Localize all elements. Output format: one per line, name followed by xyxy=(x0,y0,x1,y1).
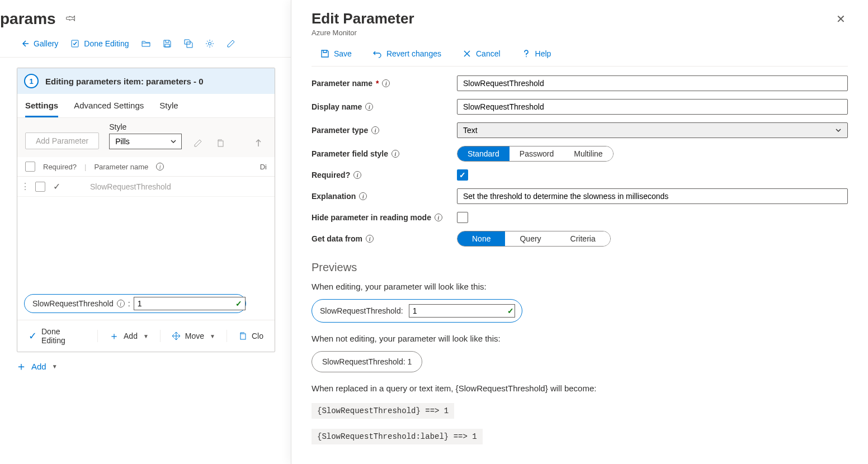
settings-button[interactable] xyxy=(201,37,219,50)
gallery-label: Gallery xyxy=(34,39,58,48)
save-icon xyxy=(320,49,329,58)
help-icon xyxy=(522,49,531,58)
info-icon[interactable]: i xyxy=(156,163,164,171)
param-type-select[interactable]: Text xyxy=(457,122,848,138)
label-hide-reading: Hide parameter in reading mode xyxy=(312,213,431,222)
hide-reading-checkbox[interactable] xyxy=(457,212,468,223)
copy-icon[interactable] xyxy=(214,137,227,149)
gear-icon xyxy=(205,39,214,48)
help-label: Help xyxy=(535,49,551,58)
add-parameter-button[interactable]: Add Parameter xyxy=(25,132,99,149)
param-pill: SlowRequestThreshold i : ✓ xyxy=(24,294,246,313)
folder-button[interactable] xyxy=(137,37,155,50)
chevron-down-icon: ▼ xyxy=(52,363,58,370)
code-block-1: {SlowRequestThreshold} ==> 1 xyxy=(312,403,454,419)
style-select[interactable]: Pills xyxy=(109,134,182,149)
info-icon[interactable]: i xyxy=(391,150,399,158)
chevron-down-icon: ▼ xyxy=(210,333,215,339)
save-button[interactable] xyxy=(158,37,176,50)
copy-icon xyxy=(238,332,247,340)
label-required: Required? xyxy=(312,171,350,179)
row-checkbox[interactable] xyxy=(35,182,45,192)
code-block-2: {SlowRequestThreshold:label} ==> 1 xyxy=(312,429,483,444)
label-param-name: Parameter name xyxy=(312,79,372,88)
data-criteria[interactable]: Criteria xyxy=(556,231,610,246)
display-name-input[interactable] xyxy=(457,99,848,115)
drag-handle-icon[interactable]: ⋮ xyxy=(21,181,30,192)
previews-heading: Previews xyxy=(312,261,848,274)
arrow-up-icon[interactable] xyxy=(252,137,265,149)
required-star: * xyxy=(376,79,379,88)
col-required: Required? xyxy=(43,163,77,171)
style-multiline[interactable]: Multiline xyxy=(564,146,612,161)
select-all-checkbox[interactable] xyxy=(25,162,35,172)
table-row[interactable]: ⋮ ✓ SlowRequestThreshold xyxy=(17,177,275,197)
style-label: Style xyxy=(109,122,182,131)
page-title: params xyxy=(0,10,56,28)
done-editing-action[interactable]: ✓ Done Editing xyxy=(24,325,91,347)
style-standard[interactable]: Standard xyxy=(457,146,510,161)
editor-header-text: Editing parameters item: parameters - 0 xyxy=(45,77,204,86)
preview-editing-pill: SlowRequestThreshold: ✓ xyxy=(312,299,522,323)
cancel-button[interactable]: Cancel xyxy=(458,47,505,60)
preview-readonly-pill: SlowRequestThreshold: 1 xyxy=(312,351,422,372)
done-editing-label: Done Editing xyxy=(84,39,129,48)
pill-label: SlowRequestThreshold xyxy=(32,299,114,308)
label-explanation: Explanation xyxy=(312,192,356,201)
plus-icon: ＋ xyxy=(16,359,27,374)
undo-icon xyxy=(373,49,382,58)
clone-label: Clo xyxy=(252,332,263,340)
cancel-label: Cancel xyxy=(476,49,501,58)
pin-icon[interactable] xyxy=(63,12,78,26)
edit-icon[interactable] xyxy=(192,137,204,149)
explanation-input[interactable] xyxy=(457,188,848,204)
preview-editing-text: When editing, your parameter will look l… xyxy=(312,282,848,291)
save-button[interactable]: Save xyxy=(316,47,356,60)
label-display-name: Display name xyxy=(312,102,362,111)
close-icon[interactable]: ✕ xyxy=(834,10,848,28)
tab-style[interactable]: Style xyxy=(159,101,178,117)
pill-input[interactable] xyxy=(134,297,246,310)
revert-button[interactable]: Revert changes xyxy=(369,47,446,60)
preview-editing-input[interactable] xyxy=(409,304,515,318)
info-icon[interactable]: i xyxy=(353,171,361,179)
done-label: Done Editing xyxy=(41,327,86,345)
save-as-button[interactable] xyxy=(180,37,197,50)
data-query[interactable]: Query xyxy=(505,231,555,246)
chevron-down-icon: ▼ xyxy=(143,333,149,339)
done-editing-button[interactable]: Done Editing xyxy=(66,37,133,50)
row-param-name: SlowRequestThreshold xyxy=(68,182,171,191)
add-action[interactable]: ＋ Add ▼ xyxy=(105,327,153,345)
tab-advanced[interactable]: Advanced Settings xyxy=(74,101,144,117)
clone-action[interactable]: Clo xyxy=(234,329,268,343)
data-none[interactable]: None xyxy=(457,231,505,246)
info-icon[interactable]: i xyxy=(371,126,379,134)
check-icon: ✓ xyxy=(53,181,60,192)
save-icon xyxy=(163,39,172,48)
bottom-add-button[interactable]: ＋ Add ▼ xyxy=(0,352,73,381)
info-icon[interactable]: i xyxy=(117,300,125,307)
move-action[interactable]: Move ▼ xyxy=(167,329,220,343)
preview-readonly-text: When not editing, your parameter will lo… xyxy=(312,334,848,343)
move-icon xyxy=(172,332,181,340)
tab-settings[interactable]: Settings xyxy=(25,101,58,117)
help-button[interactable]: Help xyxy=(517,47,556,60)
info-icon[interactable]: i xyxy=(435,214,442,221)
info-icon[interactable]: i xyxy=(382,79,390,87)
gallery-button[interactable]: Gallery xyxy=(16,37,63,50)
preview-editing-label: SlowRequestThreshold: xyxy=(320,306,403,315)
info-icon[interactable]: i xyxy=(365,103,373,111)
param-name-input[interactable] xyxy=(457,75,848,91)
style-password[interactable]: Password xyxy=(510,146,564,161)
svg-rect-3 xyxy=(240,334,246,339)
required-checkbox[interactable] xyxy=(457,169,468,181)
edit-button[interactable] xyxy=(222,37,240,50)
check-icon: ✓ xyxy=(29,330,37,342)
info-icon[interactable]: i xyxy=(359,192,367,200)
col-name: Parameter name xyxy=(94,163,148,171)
flyout-title: Edit Parameter xyxy=(312,10,414,27)
col-display: Di xyxy=(260,163,267,171)
save-as-icon xyxy=(184,39,193,48)
svg-rect-2 xyxy=(218,141,223,146)
info-icon[interactable]: i xyxy=(366,235,374,243)
